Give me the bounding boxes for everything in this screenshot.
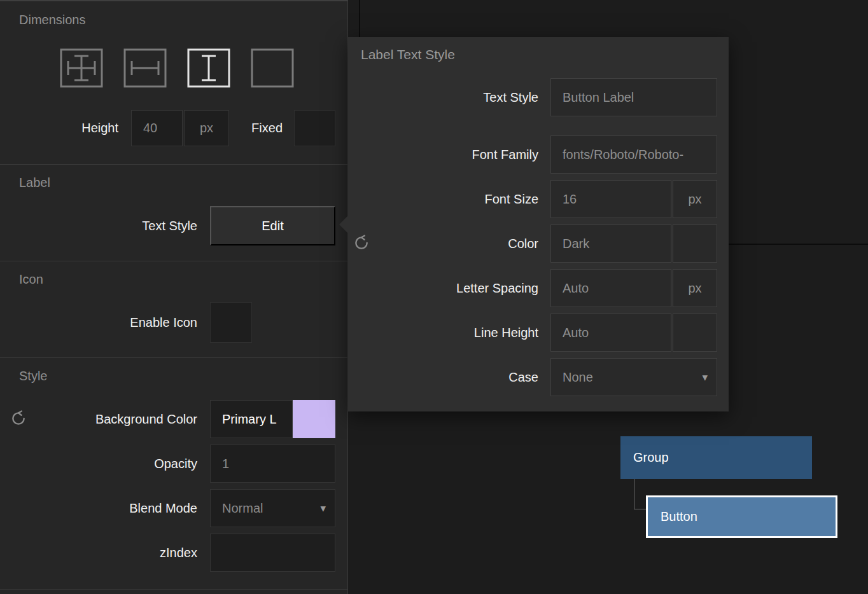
popover-title: Label Text Style: [361, 47, 455, 62]
height-input[interactable]: 40: [131, 110, 183, 146]
popover-font-family-label: Font Family: [348, 135, 538, 174]
popover-font-family-input[interactable]: fonts/Roboto/Roboto-: [550, 135, 717, 174]
icon-section-header: Icon: [19, 272, 43, 287]
font-size-unit: px: [673, 180, 717, 218]
section-divider: [0, 164, 347, 165]
size-mode-width-button[interactable]: [123, 48, 167, 88]
chevron-down-icon: ▾: [320, 502, 326, 515]
size-both-icon: [60, 48, 103, 88]
popover-color-input[interactable]: Dark: [550, 224, 671, 263]
size-mode-none-button[interactable]: [251, 48, 294, 88]
popover-letter-spacing-input[interactable]: Auto: [550, 269, 671, 307]
group-node-label: Group: [633, 450, 669, 465]
section-divider: [0, 261, 347, 261]
line-height-value: Auto: [563, 326, 589, 340]
opacity-input[interactable]: 1: [210, 445, 335, 483]
case-value: None: [563, 370, 593, 385]
style-section-header: Style: [19, 369, 47, 383]
dimensions-section-header: Dimensions: [19, 13, 85, 27]
properties-panel: Dimensions Height 40: [0, 0, 348, 594]
blend-mode-value: Normal: [222, 501, 263, 516]
popover-color-label: Color: [348, 224, 538, 263]
font-size-value: 16: [563, 192, 577, 207]
popover-text-style-label: Text Style: [348, 78, 538, 116]
popover-letter-spacing-label: Letter Spacing: [348, 269, 538, 307]
enable-icon-label: Enable Icon: [64, 302, 197, 343]
popover-arrow: [339, 216, 348, 233]
canvas-group-node[interactable]: Group: [620, 436, 812, 479]
size-mode-width-height-button[interactable]: [60, 48, 103, 88]
zindex-input[interactable]: [210, 534, 335, 572]
text-style-label: Text Style: [76, 206, 197, 245]
height-label: Height: [38, 110, 118, 146]
popover-text-style-input[interactable]: Button Label: [550, 78, 717, 116]
background-color-value: Primary L: [222, 412, 277, 427]
popover-line-height-label: Line Height: [348, 314, 538, 352]
size-none-icon: [251, 48, 294, 88]
opacity-value: 1: [222, 457, 229, 471]
canvas-button-node[interactable]: Button: [646, 495, 837, 538]
letter-spacing-value: Auto: [563, 281, 589, 296]
background-color-swatch[interactable]: [293, 400, 335, 438]
popover-case-label: Case: [348, 358, 538, 396]
reset-style-icon[interactable]: [10, 410, 27, 427]
size-height-icon: [187, 48, 230, 88]
label-text-style-popover: Label Text Style Text Style Button Label…: [348, 37, 729, 411]
line-height-unit: [673, 314, 717, 352]
section-divider: [0, 357, 347, 358]
node-connector-line: [634, 479, 646, 509]
opacity-label: Opacity: [76, 445, 197, 483]
zindex-label: zIndex: [76, 534, 197, 572]
blend-mode-label: Blend Mode: [76, 489, 197, 527]
popover-font-size-label: Font Size: [348, 180, 538, 218]
label-section-header: Label: [19, 176, 50, 190]
size-width-icon: [123, 48, 167, 88]
button-node-label: Button: [661, 509, 697, 524]
chevron-down-icon: ▾: [702, 371, 708, 384]
background-color-label: Background Color: [38, 400, 197, 438]
size-mode-height-button[interactable]: [187, 48, 230, 88]
font-family-value: fonts/Roboto/Roboto-: [563, 148, 683, 162]
letter-spacing-unit: px: [673, 269, 717, 307]
letter-spacing-unit-label: px: [688, 281, 701, 296]
enable-icon-checkbox[interactable]: [210, 302, 252, 343]
height-unit-label: px: [200, 121, 213, 135]
height-value: 40: [143, 121, 157, 135]
font-size-unit-label: px: [688, 192, 701, 207]
popover-line-height-input[interactable]: Auto: [550, 314, 671, 352]
background-color-button[interactable]: Primary L: [210, 400, 293, 438]
text-style-edit-button[interactable]: Edit: [210, 206, 335, 245]
color-unit: [673, 224, 717, 263]
popover-case-select[interactable]: None ▾: [550, 358, 717, 396]
fixed-checkbox[interactable]: [294, 110, 335, 146]
popover-font-size-input[interactable]: 16: [550, 180, 671, 218]
fixed-label: Fixed: [219, 110, 283, 146]
section-divider: [0, 589, 347, 590]
app-window: Group Button Dimensions: [0, 0, 868, 594]
text-style-value: Button Label: [563, 90, 634, 105]
color-value: Dark: [563, 237, 589, 251]
blend-mode-select[interactable]: Normal ▾: [210, 489, 335, 527]
